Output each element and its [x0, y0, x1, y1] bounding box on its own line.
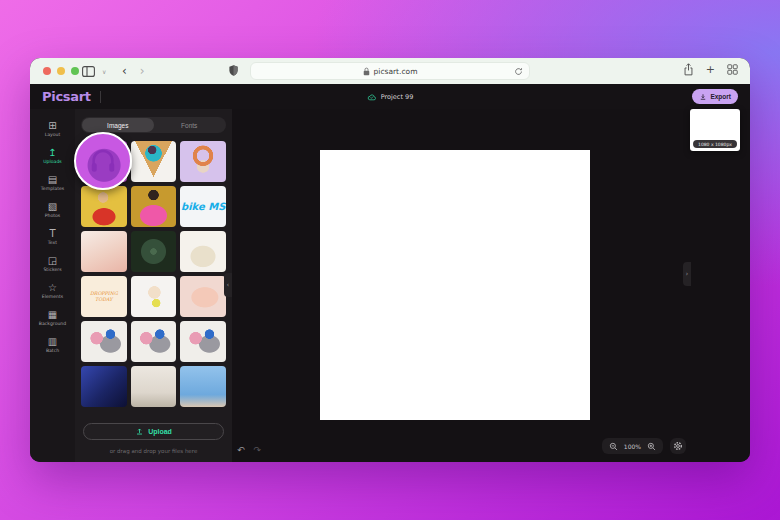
zoom-level[interactable]: 100%: [624, 443, 641, 450]
sidebar-item-icon: T: [49, 229, 55, 239]
forward-icon[interactable]: ›: [140, 64, 145, 78]
minimize-window-icon[interactable]: [57, 67, 65, 75]
canvas-area[interactable]: 1080 x 1080px › ↶ ↷ 100%: [232, 109, 750, 462]
upload-button[interactable]: Upload: [83, 423, 224, 440]
tab-images[interactable]: Images: [82, 118, 154, 132]
sidebar-item-icon: ⊞: [48, 121, 56, 131]
chevron-down-icon[interactable]: ∨: [102, 68, 106, 75]
artboard[interactable]: [320, 150, 590, 420]
uploads-panel: Images Fonts: [75, 109, 232, 462]
upload-button-label: Upload: [148, 428, 172, 435]
export-button[interactable]: Export: [692, 89, 738, 104]
artboard-size-badge: 1080 x 1080px: [693, 140, 737, 148]
sidebar-item-icon: ▤: [48, 175, 57, 185]
share-icon[interactable]: [683, 63, 694, 76]
lock-icon: [363, 67, 370, 76]
chevron-left-icon: ‹: [227, 281, 230, 289]
collapse-panel-handle[interactable]: ‹: [224, 273, 232, 297]
tile-ice-cream[interactable]: [131, 141, 177, 182]
headphones-icon: [88, 146, 118, 176]
tile-couple-3[interactable]: [180, 321, 226, 362]
sidebar-item-elements[interactable]: ☆ Elements: [30, 277, 75, 304]
new-tab-icon[interactable]: +: [706, 65, 715, 75]
tile-green-ornament[interactable]: [131, 231, 177, 272]
url-text: picsart.com: [374, 67, 418, 76]
tile-woman-flowers[interactable]: [131, 276, 177, 317]
sidebar-item-templates[interactable]: ▤ Templates: [30, 169, 75, 196]
drop-hint-text: or drag and drop your files here: [75, 448, 232, 454]
tile-home-workout[interactable]: [131, 366, 177, 407]
sidebar-item-label: Stickers: [43, 267, 61, 272]
sidebar-item-icon: ▧: [48, 202, 57, 212]
zoom-window-icon[interactable]: [71, 67, 79, 75]
sidebar-item-background[interactable]: ▦ Background: [30, 304, 75, 331]
sidebar-item-label: Background: [39, 321, 66, 326]
sidebar-item-stickers[interactable]: ◲ Stickers: [30, 250, 75, 277]
canvas-settings-button[interactable]: [670, 438, 686, 454]
sidebar-item-label: Layout: [45, 132, 61, 137]
sidebar-item-icon: ☆: [48, 283, 57, 293]
picsart-logo[interactable]: Picsart: [42, 89, 91, 104]
sidebar-item-uploads[interactable]: ↥ Uploads: [30, 142, 75, 169]
selection-loupe[interactable]: [74, 132, 132, 190]
sidebar-item-label: Uploads: [43, 159, 62, 164]
sidebar-item-icon: ↥: [48, 148, 56, 158]
browser-chrome: ∨ ‹ › picsart.com +: [30, 58, 750, 84]
traffic-lights: [43, 67, 79, 75]
url-bar[interactable]: picsart.com: [250, 62, 530, 80]
tile-couple-1[interactable]: [81, 321, 127, 362]
sidebar-item-text[interactable]: T Text: [30, 223, 75, 250]
sidebar-toggle-icon[interactable]: [82, 66, 95, 77]
export-label: Export: [710, 93, 731, 100]
sidebar-item-label: Elements: [42, 294, 63, 299]
page-thumbnail[interactable]: 1080 x 1080px: [690, 109, 740, 151]
sidebar-item-label: Batch: [46, 348, 59, 353]
tile-hand-headphones[interactable]: [180, 141, 226, 182]
history-controls: ↶ ↷: [237, 445, 261, 455]
project-name-label: Project 99: [381, 93, 414, 101]
left-icon-rail: ⊞ Layout ↥ Uploads ▤ Templates ▧ Photos …: [30, 109, 75, 462]
tile-dropping-today[interactable]: DROPPING TODAY: [81, 276, 127, 317]
sidebar-item-label: Templates: [41, 186, 64, 191]
tab-fonts[interactable]: Fonts: [154, 118, 226, 132]
zoom-controls: 100%: [602, 438, 663, 454]
editor-toolbar: Picsart Project 99 Export: [30, 84, 750, 109]
tile-bike-ms[interactable]: bike MS: [180, 186, 226, 227]
gear-icon: [673, 441, 683, 451]
back-icon[interactable]: ‹: [122, 64, 127, 78]
tile-tote-bag[interactable]: [180, 231, 226, 272]
tile-woman-pink-outfit[interactable]: [131, 186, 177, 227]
browser-window: ∨ ‹ › picsart.com +: [30, 58, 750, 462]
sidebar-item-icon: ▦: [48, 310, 57, 320]
chevron-right-icon: ›: [686, 270, 689, 278]
tile-baby[interactable]: [180, 276, 226, 317]
undo-icon[interactable]: ↶: [237, 445, 245, 455]
close-window-icon[interactable]: [43, 67, 51, 75]
expand-panel-handle[interactable]: ›: [683, 262, 691, 286]
sidebar-item-layout[interactable]: ⊞ Layout: [30, 115, 75, 142]
sidebar-item-label: Text: [48, 240, 57, 245]
privacy-shield-icon[interactable]: [228, 64, 239, 77]
zoom-out-icon[interactable]: [609, 442, 618, 451]
sidebar-item-icon: ▥: [48, 337, 57, 347]
tile-yoga-sky[interactable]: [180, 366, 226, 407]
zoom-in-icon[interactable]: [647, 442, 656, 451]
project-name[interactable]: Project 99: [367, 93, 414, 101]
download-icon: [699, 93, 707, 101]
upload-icon: [135, 427, 144, 436]
tab-overview-icon[interactable]: [727, 64, 738, 75]
cloud-saved-icon: [367, 93, 377, 101]
sidebar-item-label: Photos: [45, 213, 61, 218]
sidebar-item-photos[interactable]: ▧ Photos: [30, 196, 75, 223]
reload-icon[interactable]: [514, 67, 523, 76]
tile-vr-blue[interactable]: [81, 366, 127, 407]
sidebar-item-icon: ◲: [48, 256, 57, 266]
tile-beach-towel[interactable]: [81, 231, 127, 272]
tile-couple-2[interactable]: [131, 321, 177, 362]
sidebar-item-batch[interactable]: ▥ Batch: [30, 331, 75, 358]
divider: [100, 91, 101, 103]
redo-icon[interactable]: ↷: [254, 445, 262, 455]
tile-woman-sunglasses[interactable]: [81, 186, 127, 227]
panel-tabs: Images Fonts: [81, 117, 226, 133]
